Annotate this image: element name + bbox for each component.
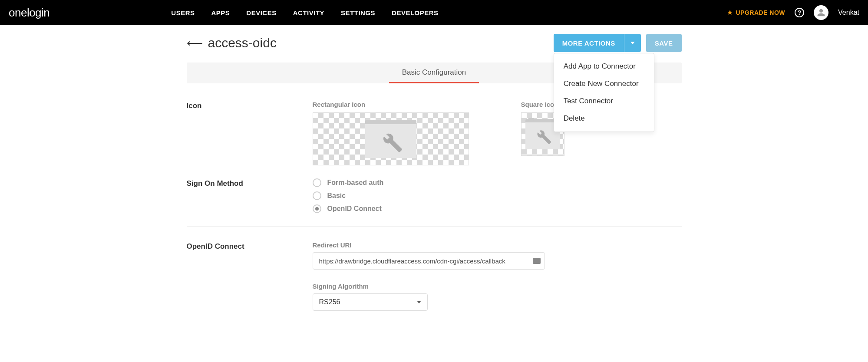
help-icon[interactable]: ? — [795, 8, 804, 17]
redirect-uri-label: Redirect URI — [313, 241, 682, 249]
back-arrow-icon[interactable]: ⟵ — [187, 36, 203, 50]
wrench-icon — [378, 128, 404, 154]
tab-basic-configuration[interactable]: Basic Configuration — [389, 68, 479, 83]
page-container: ⟵ access-oidc MORE ACTIONS SAVE Add App … — [187, 25, 682, 311]
dropdown-delete[interactable]: Delete — [554, 110, 654, 127]
section-icon-heading: Icon — [187, 101, 313, 165]
nav-devices[interactable]: DEVICES — [246, 9, 276, 16]
brand-logo: onelogin — [9, 6, 50, 20]
radio-label: Form-based auth — [327, 179, 384, 187]
user-icon — [817, 8, 825, 17]
divider — [187, 226, 682, 227]
dropdown-create-connector[interactable]: Create New Connector — [554, 75, 654, 92]
more-actions-button[interactable]: MORE ACTIONS — [554, 34, 641, 52]
rectangular-icon-label: Rectangular Icon — [313, 101, 469, 108]
rocket-icon — [727, 10, 733, 16]
redirect-uri-input[interactable] — [313, 252, 545, 270]
signing-algorithm-value: RS256 — [319, 298, 340, 306]
nav-users[interactable]: USERS — [171, 9, 195, 16]
nav-settings[interactable]: SETTINGS — [341, 9, 375, 16]
radio-input[interactable] — [313, 191, 321, 200]
page-title: access-oidc — [208, 36, 277, 50]
radio-basic[interactable]: Basic — [313, 191, 682, 200]
more-actions-dropdown: Add App to Connector Create New Connecto… — [554, 53, 654, 132]
username[interactable]: Venkat — [838, 9, 859, 16]
section-sign-on-heading: Sign On Method — [187, 178, 313, 213]
upgrade-link[interactable]: UPGRADE NOW — [727, 9, 785, 16]
signing-algorithm-label: Signing Algorithm — [313, 283, 682, 290]
section-oidc-heading: OpenID Connect — [187, 241, 313, 311]
wrench-icon — [533, 126, 552, 145]
more-actions-caret[interactable] — [624, 34, 641, 52]
dropdown-add-app[interactable]: Add App to Connector — [554, 58, 654, 75]
chevron-down-icon — [417, 301, 421, 303]
redirect-uri-wrap — [313, 252, 545, 270]
chevron-down-icon — [630, 42, 635, 44]
nav-activity[interactable]: ACTIVITY — [293, 9, 324, 16]
save-button[interactable]: SAVE — [646, 34, 682, 52]
rectangular-icon-group: Rectangular Icon — [313, 101, 469, 165]
signing-algorithm-select[interactable]: RS256 — [313, 293, 428, 311]
avatar[interactable] — [814, 5, 828, 20]
header-actions: MORE ACTIONS SAVE Add App to Connector C… — [554, 34, 682, 52]
radio-label: Basic — [327, 192, 346, 200]
section-oidc: OpenID Connect Redirect URI Signing Algo… — [187, 241, 682, 311]
section-sign-on: Sign On Method Form-based auth Basic Ope… — [187, 178, 682, 213]
page-header: ⟵ access-oidc MORE ACTIONS SAVE Add App … — [187, 34, 682, 52]
rectangular-icon-upload[interactable] — [313, 112, 469, 165]
upgrade-label: UPGRADE NOW — [736, 9, 785, 16]
placeholder-app-icon — [365, 120, 416, 158]
radio-openid-connect[interactable]: OpenID Connect — [313, 204, 682, 213]
radio-input[interactable] — [313, 204, 321, 213]
nav-developers[interactable]: DEVELOPERS — [392, 9, 439, 16]
dropdown-test-connector[interactable]: Test Connector — [554, 92, 654, 110]
radio-input[interactable] — [313, 178, 321, 187]
more-actions-label: MORE ACTIONS — [554, 34, 624, 52]
radio-label: OpenID Connect — [327, 205, 382, 213]
contact-card-icon[interactable] — [533, 258, 541, 264]
top-bar: onelogin USERS APPS DEVICES ACTIVITY SET… — [0, 0, 868, 25]
main-nav: USERS APPS DEVICES ACTIVITY SETTINGS DEV… — [171, 9, 438, 16]
nav-apps[interactable]: APPS — [211, 9, 230, 16]
sign-on-radio-list: Form-based auth Basic OpenID Connect — [313, 178, 682, 213]
topbar-right: UPGRADE NOW ? Venkat — [727, 5, 859, 20]
radio-form-based[interactable]: Form-based auth — [313, 178, 682, 187]
